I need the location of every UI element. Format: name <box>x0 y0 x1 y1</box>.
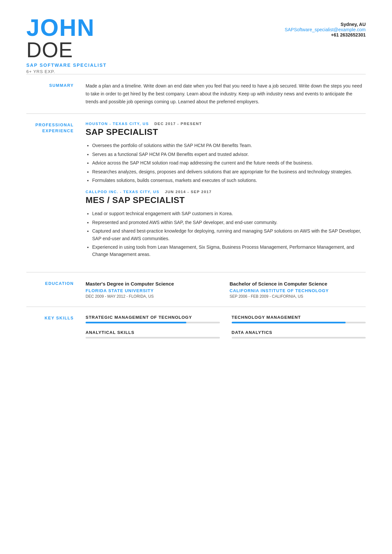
job-title: SAP SOFTWARE SPECIALIST <box>26 63 107 68</box>
summary-text: Made a plan and a timeline. Write down a… <box>86 82 366 106</box>
edu-1-degree: Master's Degree in Computer Science <box>86 280 222 287</box>
skill-3-name: ANALYTICAL SKILLS <box>86 330 220 335</box>
skill-2-bar-bg <box>232 322 366 323</box>
skills-label: KEY SKILLS <box>26 315 86 339</box>
location: Sydney, AU <box>285 22 366 27</box>
education-section: EDUCATION Master's Degree in Computer Sc… <box>26 272 366 307</box>
skill-2: TECHNOLOGY MANAGEMENT <box>232 315 366 323</box>
email: SAPSoftware_specialist@example.com <box>285 27 366 32</box>
summary-label: SUMMARY <box>26 82 86 106</box>
skill-3-bar-bg <box>86 337 220 339</box>
last-name: DOE <box>26 39 107 61</box>
skill-4-name: DATA ANALYTICS <box>232 330 366 335</box>
job-1: HOUSTON - TEXAS CITY, US DEC 2017 - PRES… <box>86 122 366 184</box>
education-content: Master's Degree in Computer Science FLOR… <box>86 280 366 299</box>
education-grid: Master's Degree in Computer Science FLOR… <box>86 280 366 299</box>
bullet-item: Lead or support technical engagement wit… <box>92 210 366 217</box>
skills-grid: STRATEGIC MANAGEMENT OF TECHNOLOGY TECHN… <box>86 315 366 339</box>
bullet-item: Represented and promoted AWS within SAP,… <box>92 219 366 226</box>
skills-section: KEY SKILLS STRATEGIC MANAGEMENT OF TECHN… <box>26 307 366 346</box>
skill-1: STRATEGIC MANAGEMENT OF TECHNOLOGY <box>86 315 220 323</box>
phone: +61 2632652301 <box>285 32 366 38</box>
header: JOHN DOE SAP SOFTWARE SPECIALIST 6+ YRS … <box>26 16 366 74</box>
summary-section: SUMMARY Made a plan and a timeline. Writ… <box>26 74 366 113</box>
job-1-date: DEC 2017 - PRESENT <box>154 122 202 126</box>
edu-1-date: DEC 2009 - MAY 2012 - FLORIDA, US <box>86 294 222 299</box>
experience-content: HOUSTON - TEXAS CITY, US DEC 2017 - PRES… <box>86 122 366 264</box>
edu-2-school: CALIFORNIA INSTITUTE OF TECHNOLOGY <box>230 288 366 293</box>
edu-1: Master's Degree in Computer Science FLOR… <box>86 280 222 299</box>
experience-label: PROFESSIONAL EXPERIENCE <box>26 122 86 264</box>
job-1-meta: HOUSTON - TEXAS CITY, US DEC 2017 - PRES… <box>86 122 366 126</box>
job-2-bullets: Lead or support technical engagement wit… <box>86 210 366 258</box>
skill-1-bar-fill <box>86 322 186 323</box>
skill-1-bar-bg <box>86 322 220 323</box>
bullet-item: Captured and shared best-practice knowle… <box>92 227 366 242</box>
bullet-item: Advice across the SAP HCM solution road … <box>92 159 366 166</box>
experience-section: PROFESSIONAL EXPERIENCE HOUSTON - TEXAS … <box>26 113 366 272</box>
job-1-title: SAP SPECIALIST <box>86 127 366 137</box>
bullet-item: Formulates solutions, builds consensus, … <box>92 177 366 184</box>
edu-2: Bachelor of Science in Computer Science … <box>230 280 366 299</box>
skill-3: ANALYTICAL SKILLS <box>86 330 220 339</box>
bullet-item: Oversees the portfolio of solutions with… <box>92 142 366 149</box>
edu-1-school: FLORIDA STATE UNIVERSITY <box>86 288 222 293</box>
job-2-title: MES / SAP SPECIALIST <box>86 195 366 205</box>
job-1-company: HOUSTON - TEXAS CITY, US <box>86 122 149 126</box>
education-label: EDUCATION <box>26 280 86 299</box>
experience-years: 6+ YRS EXP. <box>26 69 107 74</box>
job-2-date: JUN 2014 - SEP 2017 <box>165 190 212 194</box>
bullet-item: Researches analyzes, designs, proposes a… <box>92 168 366 175</box>
job-2: CALLPOD INC. - TEXAS CITY, US JUN 2014 -… <box>86 190 366 258</box>
skill-4-bar-bg <box>232 337 366 339</box>
skill-2-bar-fill <box>232 322 346 323</box>
first-name: JOHN <box>26 16 107 39</box>
edu-2-degree: Bachelor of Science in Computer Science <box>230 280 366 287</box>
job-2-company: CALLPOD INC. - TEXAS CITY, US <box>86 190 159 194</box>
bullet-item: Experienced in using tools from Lean Man… <box>92 243 366 258</box>
header-left: JOHN DOE SAP SOFTWARE SPECIALIST 6+ YRS … <box>26 16 107 74</box>
job-2-meta: CALLPOD INC. - TEXAS CITY, US JUN 2014 -… <box>86 190 366 194</box>
summary-content: Made a plan and a timeline. Write down a… <box>86 82 366 106</box>
skill-1-name: STRATEGIC MANAGEMENT OF TECHNOLOGY <box>86 315 220 320</box>
bullet-item: Serves as a functional SAP HCM PA OM Ben… <box>92 151 366 158</box>
resume-page: JOHN DOE SAP SOFTWARE SPECIALIST 6+ YRS … <box>0 0 392 554</box>
skills-content: STRATEGIC MANAGEMENT OF TECHNOLOGY TECHN… <box>86 315 366 339</box>
skill-2-name: TECHNOLOGY MANAGEMENT <box>232 315 366 320</box>
edu-2-date: SEP 2006 - FEB 2009 - CALIFORNIA, US <box>230 294 366 299</box>
header-right: Sydney, AU SAPSoftware_specialist@exampl… <box>285 22 366 38</box>
job-1-bullets: Oversees the portfolio of solutions with… <box>86 142 366 184</box>
skill-4: DATA ANALYTICS <box>232 330 366 339</box>
